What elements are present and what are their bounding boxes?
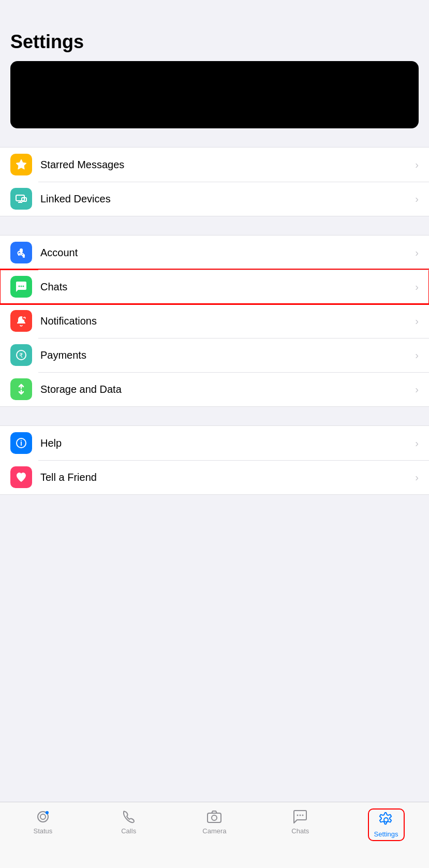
tell-friend-icon [10, 466, 32, 488]
tab-item-status[interactable]: Status [0, 808, 86, 835]
section-gap-2 [0, 216, 429, 235]
svg-point-27 [297, 815, 299, 816]
settings-item-chats[interactable]: Chats › [0, 270, 429, 304]
settings-item-linked-devices[interactable]: Linked Devices › [0, 182, 429, 216]
starred-messages-icon [10, 154, 32, 175]
tab-item-calls[interactable]: Calls [86, 808, 172, 835]
settings-item-help[interactable]: i Help › [0, 426, 429, 460]
settings-group-main: Account › Chats › Notifications › [0, 235, 429, 407]
spacer-bottom [0, 495, 429, 567]
status-tab-icon [35, 808, 51, 825]
settings-item-tell-friend[interactable]: Tell a Friend › [0, 460, 429, 494]
notifications-chevron: › [415, 315, 419, 327]
account-label: Account [40, 247, 411, 259]
payments-chevron: › [415, 349, 419, 361]
svg-point-29 [302, 815, 304, 816]
svg-marker-0 [16, 159, 26, 169]
status-tab-label: Status [33, 827, 52, 835]
payments-icon: ₹ [10, 344, 32, 366]
chats-settings-label: Chats [40, 281, 411, 293]
svg-point-12 [19, 286, 20, 287]
settings-item-payments[interactable]: ₹ Payments › [0, 338, 429, 372]
tab-bar: Status Calls Camera [0, 802, 429, 868]
svg-rect-15 [22, 316, 26, 320]
page-title: Settings [0, 0, 429, 61]
storage-data-label: Storage and Data [40, 384, 411, 395]
help-icon: i [10, 432, 32, 454]
camera-tab-label: Camera [202, 827, 226, 835]
svg-point-26 [212, 815, 217, 820]
chats-settings-chevron: › [415, 281, 419, 293]
chats-tab-icon [292, 808, 308, 825]
settings-item-account[interactable]: Account › [0, 236, 429, 270]
tell-friend-chevron: › [415, 472, 419, 483]
settings-item-storage-data[interactable]: Storage and Data › [0, 372, 429, 406]
settings-tab-icon [378, 812, 394, 828]
chats-settings-icon [10, 276, 32, 298]
settings-group-quick: Starred Messages › Linked Devices › [0, 147, 429, 216]
chats-tab-label: Chats [291, 827, 309, 835]
payments-label: Payments [40, 349, 411, 361]
settings-item-notifications[interactable]: Notifications › [0, 304, 429, 338]
svg-rect-25 [208, 813, 221, 822]
storage-data-chevron: › [415, 384, 419, 395]
account-chevron: › [415, 247, 419, 259]
notifications-icon [10, 310, 32, 332]
tab-item-settings[interactable]: Settings [343, 808, 429, 841]
settings-group-support: i Help › Tell a Friend › [0, 425, 429, 495]
section-gap-1 [0, 128, 429, 147]
starred-messages-chevron: › [415, 159, 419, 171]
svg-point-23 [40, 814, 46, 819]
camera-tab-icon [206, 808, 223, 825]
section-gap-3 [0, 407, 429, 425]
tab-item-camera[interactable]: Camera [172, 808, 258, 835]
svg-point-14 [23, 286, 24, 287]
help-label: Help [40, 437, 411, 449]
help-chevron: › [415, 437, 419, 449]
svg-point-13 [21, 286, 22, 287]
account-icon [10, 242, 32, 263]
profile-block [10, 61, 419, 128]
tell-friend-label: Tell a Friend [40, 472, 411, 483]
calls-tab-label: Calls [121, 827, 136, 835]
svg-text:i: i [20, 439, 22, 447]
svg-point-24 [46, 811, 49, 814]
svg-point-28 [300, 815, 301, 816]
settings-item-starred-messages[interactable]: Starred Messages › [0, 148, 429, 182]
calls-tab-icon [121, 808, 137, 825]
svg-text:₹: ₹ [19, 352, 23, 359]
starred-messages-label: Starred Messages [40, 159, 411, 171]
notifications-label: Notifications [40, 315, 411, 327]
tab-item-chats[interactable]: Chats [257, 808, 343, 835]
storage-data-icon [10, 378, 32, 400]
linked-devices-chevron: › [415, 193, 419, 205]
linked-devices-label: Linked Devices [40, 193, 411, 205]
linked-devices-icon [10, 188, 32, 210]
settings-tab-label: Settings [374, 830, 398, 838]
